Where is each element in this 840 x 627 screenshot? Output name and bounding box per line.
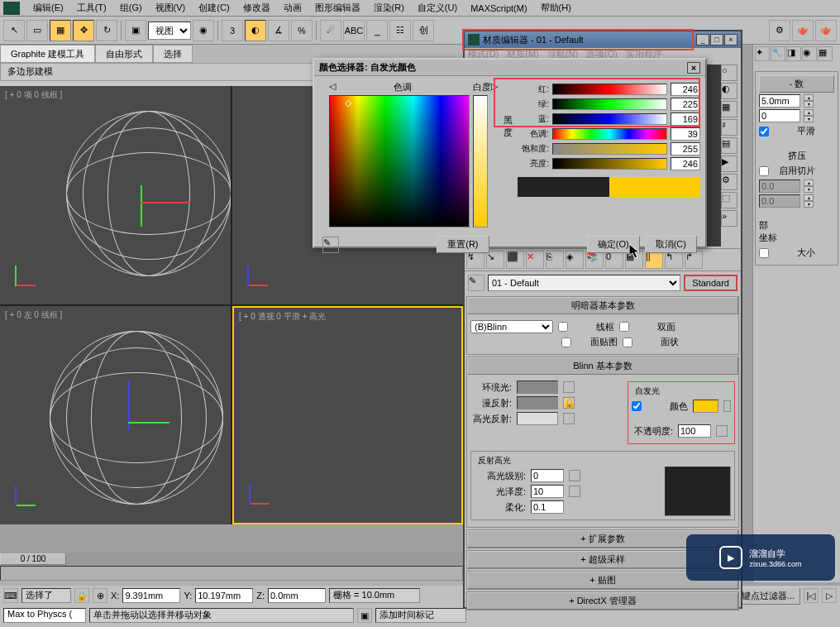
close-button[interactable]: × xyxy=(724,34,737,45)
select-by-mat-icon[interactable]: ⬚ xyxy=(721,192,737,208)
select-move-icon[interactable]: ▦ xyxy=(50,20,71,41)
whiteness-slider[interactable] xyxy=(473,95,488,227)
menu-view[interactable]: 视图(V) xyxy=(149,0,193,16)
close-button[interactable]: × xyxy=(687,62,700,74)
hue-slider[interactable] xyxy=(552,128,667,140)
menu-help[interactable]: 帮助(H) xyxy=(534,0,578,16)
face-map-checkbox[interactable] xyxy=(561,337,571,347)
percent-snap-icon[interactable]: ∡ xyxy=(268,20,289,41)
render-setup-icon[interactable]: ⚙ xyxy=(769,20,790,41)
slice-checkbox[interactable] xyxy=(759,166,769,176)
mirror-icon[interactable]: ABC xyxy=(343,20,365,41)
viewport-perspective[interactable]: [ + 0 透视 0 平滑 + 高光 xyxy=(232,306,463,524)
motion-tab-icon[interactable]: ◉ xyxy=(802,46,817,61)
modify-tab-icon[interactable]: 🔧 xyxy=(771,46,785,61)
display-tab-icon[interactable]: ▦ xyxy=(818,46,833,61)
time-slider-handle[interactable]: 0 / 100 xyxy=(0,553,66,565)
diffuse-lock-icon[interactable]: 🔒 xyxy=(563,397,575,409)
green-slider[interactable] xyxy=(552,98,667,110)
select-rect-icon[interactable]: ▭ xyxy=(26,20,48,41)
select-arrow-icon[interactable]: ↖ xyxy=(3,20,25,41)
material-type-button[interactable]: Standard xyxy=(684,275,737,291)
faceted-checkbox[interactable] xyxy=(623,337,632,347)
time-slider[interactable]: 0 / 100 xyxy=(0,553,463,566)
specular-map-button[interactable] xyxy=(563,413,575,424)
lock-selection-icon[interactable]: 🔒 xyxy=(74,588,89,603)
rollout-shader-params[interactable]: 明暗器基本参数 xyxy=(467,297,738,314)
realworld-checkbox[interactable] xyxy=(759,248,769,258)
rotate-icon[interactable]: ↻ xyxy=(96,20,117,41)
pick-mat-icon[interactable]: ✎ xyxy=(468,275,484,291)
align-icon[interactable]: ⎯ xyxy=(366,20,388,41)
material-name-dropdown[interactable]: 01 - Default xyxy=(488,275,680,291)
menu-tools[interactable]: 工具(T) xyxy=(70,0,113,16)
maxscript-listener[interactable]: Max to Physcs ( xyxy=(3,608,86,623)
menu-modifiers[interactable]: 修改器 xyxy=(236,0,277,16)
rollout-directx[interactable]: DirectX 管理器 xyxy=(467,592,738,610)
blue-slider[interactable] xyxy=(552,113,667,125)
background-icon[interactable]: ▦ xyxy=(721,101,737,117)
angle-snap-icon[interactable]: ◐ xyxy=(245,20,266,41)
sample-type-icon[interactable]: ○ xyxy=(721,65,737,81)
menu-create[interactable]: 创建(C) xyxy=(192,0,236,16)
sat-slider[interactable] xyxy=(552,143,667,155)
menu-maxscript[interactable]: MAXScript(M) xyxy=(464,2,533,15)
backlight-icon[interactable]: ◐ xyxy=(721,83,737,99)
hierarchy-tab-icon[interactable]: ◨ xyxy=(786,46,801,61)
video-check-icon[interactable]: ▤ xyxy=(721,137,737,154)
menu-edit[interactable]: 编辑(E) xyxy=(26,0,70,16)
ok-button[interactable]: 确定(O) xyxy=(587,236,640,253)
scale-icon[interactable]: ▣ xyxy=(125,20,146,41)
sat-value-input[interactable] xyxy=(671,142,700,156)
glossiness-map-button[interactable] xyxy=(569,486,580,497)
ribbon-tab-select[interactable]: 选择 xyxy=(153,45,193,63)
material-editor-titlebar[interactable]: 材质编辑器 - 01 - Default _ □ × xyxy=(465,31,741,48)
val-value-input[interactable] xyxy=(671,157,700,170)
slice-from-spinner[interactable] xyxy=(759,179,800,193)
pivot-icon[interactable]: ◉ xyxy=(193,20,214,41)
diffuse-color-swatch[interactable] xyxy=(517,396,558,409)
blue-value-input[interactable] xyxy=(671,112,700,126)
two-sided-checkbox[interactable] xyxy=(619,322,629,332)
render-frame-icon[interactable]: 🫖 xyxy=(792,20,814,41)
color-gradient-picker[interactable]: ◇ xyxy=(329,95,470,227)
red-value-input[interactable] xyxy=(671,83,700,96)
y-coord-input[interactable] xyxy=(195,588,253,603)
rollout-blinn-params[interactable]: Blinn 基本参数 xyxy=(467,357,738,375)
opacity-spinner[interactable] xyxy=(678,424,711,438)
mat-id-icon[interactable]: » xyxy=(721,210,737,227)
reset-button[interactable]: 重置(R) xyxy=(437,236,489,253)
red-slider[interactable] xyxy=(552,84,667,95)
maxscript-mini-icon[interactable]: ⌨ xyxy=(3,588,18,603)
make-preview-icon[interactable]: ▶ xyxy=(721,156,737,172)
maximize-button[interactable]: □ xyxy=(710,34,723,45)
spec-level-spinner[interactable] xyxy=(531,469,564,482)
glossiness-spinner[interactable] xyxy=(531,485,564,498)
menu-animation[interactable]: 动画 xyxy=(277,0,308,16)
menu-render[interactable]: 渲染(R) xyxy=(367,0,411,16)
named-sel-icon[interactable]: ☄ xyxy=(320,20,341,41)
self-illum-map-button[interactable] xyxy=(723,400,731,412)
opacity-map-button[interactable] xyxy=(716,425,728,437)
render-icon[interactable]: 🫖 xyxy=(815,20,837,41)
smooth-checkbox[interactable] xyxy=(759,127,769,136)
ambient-color-swatch[interactable] xyxy=(517,381,558,394)
create-sel-icon[interactable]: 创 xyxy=(413,20,434,41)
menu-customize[interactable]: 自定义(U) xyxy=(411,0,464,16)
soften-spinner[interactable] xyxy=(531,500,564,514)
segments-spinner[interactable] xyxy=(759,109,800,122)
viewport-left[interactable]: [ + 0 左 0 线框 ] xyxy=(0,306,231,524)
rollout-params[interactable]: 数 xyxy=(759,75,834,93)
prev-frame-icon[interactable]: |◁ xyxy=(804,588,819,603)
x-coord-input[interactable] xyxy=(122,588,180,603)
viewport-top[interactable]: [ + 0 项 0 线框 ] xyxy=(0,86,231,304)
time-ruler[interactable] xyxy=(0,566,463,581)
shader-type-dropdown[interactable]: (B)Blinn xyxy=(470,320,553,333)
minimize-button[interactable]: _ xyxy=(696,34,709,45)
color-picker-titlebar[interactable]: 颜色选择器: 自发光颜色 × xyxy=(314,60,705,76)
spinner-snap-icon[interactable]: % xyxy=(291,20,313,41)
ribbon-tab-freeform[interactable]: 自由形式 xyxy=(95,45,153,63)
radius-spinner[interactable] xyxy=(759,94,800,108)
eyedropper-icon[interactable]: ✎ xyxy=(322,237,339,253)
self-illum-color-checkbox[interactable] xyxy=(632,401,642,411)
